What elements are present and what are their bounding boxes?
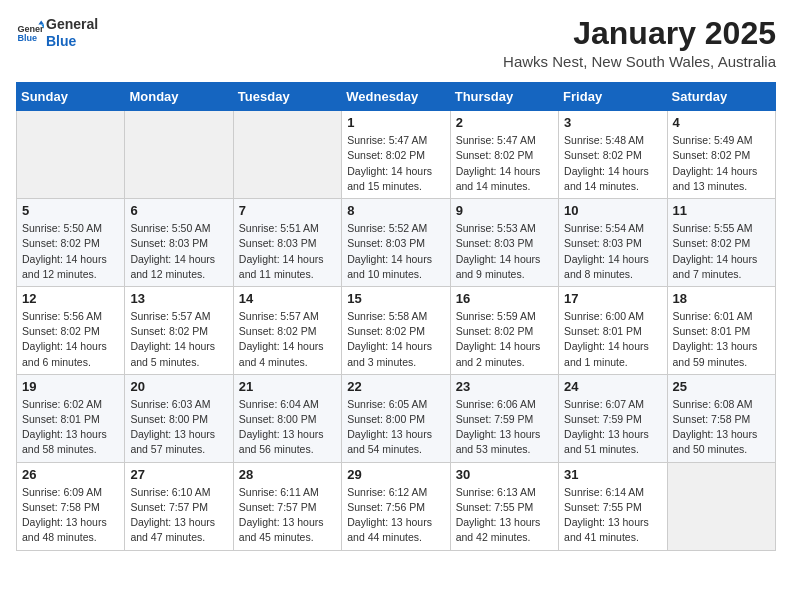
day-number: 11 bbox=[673, 203, 770, 218]
calendar-week-row: 5Sunrise: 5:50 AMSunset: 8:02 PMDaylight… bbox=[17, 199, 776, 287]
calendar-day-3: 3Sunrise: 5:48 AMSunset: 8:02 PMDaylight… bbox=[559, 111, 667, 199]
calendar-day-24: 24Sunrise: 6:07 AMSunset: 7:59 PMDayligh… bbox=[559, 374, 667, 462]
calendar-day-27: 27Sunrise: 6:10 AMSunset: 7:57 PMDayligh… bbox=[125, 462, 233, 550]
day-info: Sunrise: 6:03 AMSunset: 8:00 PMDaylight:… bbox=[130, 397, 227, 458]
day-number: 30 bbox=[456, 467, 553, 482]
day-number: 20 bbox=[130, 379, 227, 394]
day-info: Sunrise: 6:08 AMSunset: 7:58 PMDaylight:… bbox=[673, 397, 770, 458]
day-info: Sunrise: 6:01 AMSunset: 8:01 PMDaylight:… bbox=[673, 309, 770, 370]
day-info: Sunrise: 6:02 AMSunset: 8:01 PMDaylight:… bbox=[22, 397, 119, 458]
day-number: 1 bbox=[347, 115, 444, 130]
day-number: 28 bbox=[239, 467, 336, 482]
calendar-day-29: 29Sunrise: 6:12 AMSunset: 7:56 PMDayligh… bbox=[342, 462, 450, 550]
calendar-day-4: 4Sunrise: 5:49 AMSunset: 8:02 PMDaylight… bbox=[667, 111, 775, 199]
day-info: Sunrise: 5:55 AMSunset: 8:02 PMDaylight:… bbox=[673, 221, 770, 282]
day-info: Sunrise: 5:59 AMSunset: 8:02 PMDaylight:… bbox=[456, 309, 553, 370]
calendar-empty-cell bbox=[667, 462, 775, 550]
calendar-day-31: 31Sunrise: 6:14 AMSunset: 7:55 PMDayligh… bbox=[559, 462, 667, 550]
day-info: Sunrise: 6:07 AMSunset: 7:59 PMDaylight:… bbox=[564, 397, 661, 458]
weekday-header-friday: Friday bbox=[559, 83, 667, 111]
day-info: Sunrise: 6:09 AMSunset: 7:58 PMDaylight:… bbox=[22, 485, 119, 546]
day-number: 16 bbox=[456, 291, 553, 306]
calendar-week-row: 12Sunrise: 5:56 AMSunset: 8:02 PMDayligh… bbox=[17, 286, 776, 374]
day-info: Sunrise: 6:00 AMSunset: 8:01 PMDaylight:… bbox=[564, 309, 661, 370]
day-info: Sunrise: 6:14 AMSunset: 7:55 PMDaylight:… bbox=[564, 485, 661, 546]
svg-marker-2 bbox=[38, 20, 44, 24]
day-number: 23 bbox=[456, 379, 553, 394]
day-number: 22 bbox=[347, 379, 444, 394]
calendar-day-21: 21Sunrise: 6:04 AMSunset: 8:00 PMDayligh… bbox=[233, 374, 341, 462]
weekday-header-row: SundayMondayTuesdayWednesdayThursdayFrid… bbox=[17, 83, 776, 111]
calendar-day-1: 1Sunrise: 5:47 AMSunset: 8:02 PMDaylight… bbox=[342, 111, 450, 199]
calendar-day-14: 14Sunrise: 5:57 AMSunset: 8:02 PMDayligh… bbox=[233, 286, 341, 374]
logo: General Blue General Blue bbox=[16, 16, 98, 50]
day-number: 12 bbox=[22, 291, 119, 306]
calendar-empty-cell bbox=[125, 111, 233, 199]
day-number: 4 bbox=[673, 115, 770, 130]
calendar-day-13: 13Sunrise: 5:57 AMSunset: 8:02 PMDayligh… bbox=[125, 286, 233, 374]
day-number: 7 bbox=[239, 203, 336, 218]
calendar-week-row: 26Sunrise: 6:09 AMSunset: 7:58 PMDayligh… bbox=[17, 462, 776, 550]
calendar-day-7: 7Sunrise: 5:51 AMSunset: 8:03 PMDaylight… bbox=[233, 199, 341, 287]
day-info: Sunrise: 5:58 AMSunset: 8:02 PMDaylight:… bbox=[347, 309, 444, 370]
day-number: 24 bbox=[564, 379, 661, 394]
calendar-day-9: 9Sunrise: 5:53 AMSunset: 8:03 PMDaylight… bbox=[450, 199, 558, 287]
day-number: 17 bbox=[564, 291, 661, 306]
weekday-header-thursday: Thursday bbox=[450, 83, 558, 111]
calendar-day-28: 28Sunrise: 6:11 AMSunset: 7:57 PMDayligh… bbox=[233, 462, 341, 550]
calendar-day-20: 20Sunrise: 6:03 AMSunset: 8:00 PMDayligh… bbox=[125, 374, 233, 462]
weekday-header-sunday: Sunday bbox=[17, 83, 125, 111]
weekday-header-saturday: Saturday bbox=[667, 83, 775, 111]
day-number: 2 bbox=[456, 115, 553, 130]
day-info: Sunrise: 6:06 AMSunset: 7:59 PMDaylight:… bbox=[456, 397, 553, 458]
calendar-day-8: 8Sunrise: 5:52 AMSunset: 8:03 PMDaylight… bbox=[342, 199, 450, 287]
day-info: Sunrise: 5:57 AMSunset: 8:02 PMDaylight:… bbox=[239, 309, 336, 370]
logo-icon: General Blue bbox=[16, 19, 44, 47]
day-info: Sunrise: 5:54 AMSunset: 8:03 PMDaylight:… bbox=[564, 221, 661, 282]
weekday-header-tuesday: Tuesday bbox=[233, 83, 341, 111]
calendar-day-15: 15Sunrise: 5:58 AMSunset: 8:02 PMDayligh… bbox=[342, 286, 450, 374]
day-number: 14 bbox=[239, 291, 336, 306]
day-info: Sunrise: 6:10 AMSunset: 7:57 PMDaylight:… bbox=[130, 485, 227, 546]
day-info: Sunrise: 6:13 AMSunset: 7:55 PMDaylight:… bbox=[456, 485, 553, 546]
calendar-day-6: 6Sunrise: 5:50 AMSunset: 8:03 PMDaylight… bbox=[125, 199, 233, 287]
weekday-header-monday: Monday bbox=[125, 83, 233, 111]
calendar-day-16: 16Sunrise: 5:59 AMSunset: 8:02 PMDayligh… bbox=[450, 286, 558, 374]
day-info: Sunrise: 6:12 AMSunset: 7:56 PMDaylight:… bbox=[347, 485, 444, 546]
day-number: 25 bbox=[673, 379, 770, 394]
calendar-day-5: 5Sunrise: 5:50 AMSunset: 8:02 PMDaylight… bbox=[17, 199, 125, 287]
day-info: Sunrise: 6:04 AMSunset: 8:00 PMDaylight:… bbox=[239, 397, 336, 458]
calendar-day-18: 18Sunrise: 6:01 AMSunset: 8:01 PMDayligh… bbox=[667, 286, 775, 374]
day-number: 18 bbox=[673, 291, 770, 306]
day-number: 27 bbox=[130, 467, 227, 482]
day-number: 26 bbox=[22, 467, 119, 482]
weekday-header-wednesday: Wednesday bbox=[342, 83, 450, 111]
calendar-day-26: 26Sunrise: 6:09 AMSunset: 7:58 PMDayligh… bbox=[17, 462, 125, 550]
day-info: Sunrise: 5:47 AMSunset: 8:02 PMDaylight:… bbox=[347, 133, 444, 194]
calendar-table: SundayMondayTuesdayWednesdayThursdayFrid… bbox=[16, 82, 776, 550]
calendar-empty-cell bbox=[233, 111, 341, 199]
day-info: Sunrise: 5:47 AMSunset: 8:02 PMDaylight:… bbox=[456, 133, 553, 194]
calendar-day-10: 10Sunrise: 5:54 AMSunset: 8:03 PMDayligh… bbox=[559, 199, 667, 287]
day-info: Sunrise: 5:48 AMSunset: 8:02 PMDaylight:… bbox=[564, 133, 661, 194]
title-block: January 2025 Hawks Nest, New South Wales… bbox=[503, 16, 776, 70]
svg-text:General: General bbox=[17, 23, 44, 33]
day-info: Sunrise: 5:52 AMSunset: 8:03 PMDaylight:… bbox=[347, 221, 444, 282]
logo-blue: Blue bbox=[46, 33, 98, 50]
calendar-empty-cell bbox=[17, 111, 125, 199]
calendar-week-row: 1Sunrise: 5:47 AMSunset: 8:02 PMDaylight… bbox=[17, 111, 776, 199]
day-info: Sunrise: 5:57 AMSunset: 8:02 PMDaylight:… bbox=[130, 309, 227, 370]
day-info: Sunrise: 5:51 AMSunset: 8:03 PMDaylight:… bbox=[239, 221, 336, 282]
calendar-day-2: 2Sunrise: 5:47 AMSunset: 8:02 PMDaylight… bbox=[450, 111, 558, 199]
day-info: Sunrise: 5:56 AMSunset: 8:02 PMDaylight:… bbox=[22, 309, 119, 370]
month-title: January 2025 bbox=[503, 16, 776, 51]
calendar-day-30: 30Sunrise: 6:13 AMSunset: 7:55 PMDayligh… bbox=[450, 462, 558, 550]
logo-general: General bbox=[46, 16, 98, 33]
calendar-day-11: 11Sunrise: 5:55 AMSunset: 8:02 PMDayligh… bbox=[667, 199, 775, 287]
day-number: 5 bbox=[22, 203, 119, 218]
day-number: 9 bbox=[456, 203, 553, 218]
day-number: 15 bbox=[347, 291, 444, 306]
day-number: 10 bbox=[564, 203, 661, 218]
location-subtitle: Hawks Nest, New South Wales, Australia bbox=[503, 53, 776, 70]
day-info: Sunrise: 5:50 AMSunset: 8:02 PMDaylight:… bbox=[22, 221, 119, 282]
